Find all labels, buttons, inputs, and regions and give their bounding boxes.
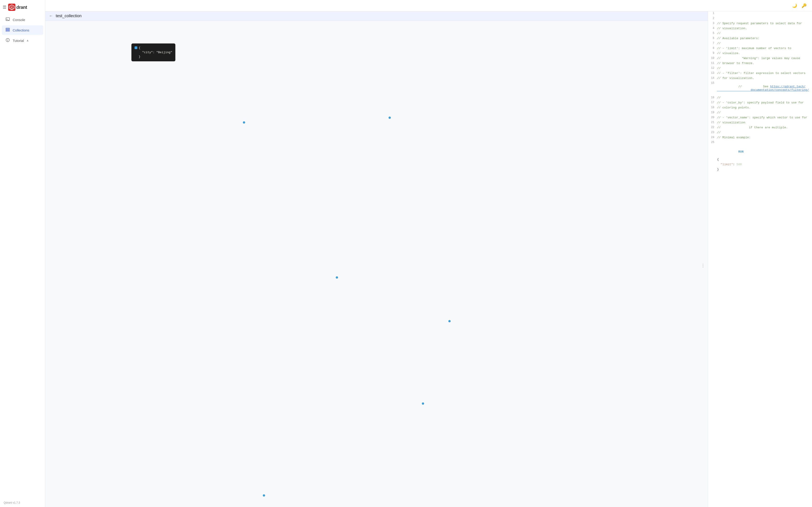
tutorial-icon [5, 38, 10, 43]
sidebar-item-collections[interactable]: Collections [2, 25, 43, 35]
canvas-header: ← test_collection [45, 11, 708, 21]
console-icon [5, 17, 10, 22]
code-line: 14 // for visualization. [708, 76, 812, 81]
svg-rect-8 [6, 31, 9, 32]
code-line: 15 // See https://qdrant.tech/ documenta… [708, 81, 812, 96]
code-line: 21 // visualization [708, 120, 812, 125]
code-line: 13 // - 'filter': filter expression to s… [708, 71, 812, 76]
code-line: "limit": 500 [708, 162, 812, 167]
top-bar: 🌙 🔑 [45, 0, 812, 11]
code-line: 4 // visualization. [708, 26, 812, 31]
dark-mode-icon[interactable]: 🌙 [792, 3, 797, 8]
run-button[interactable]: RUN [739, 150, 744, 154]
svg-rect-6 [6, 28, 9, 29]
code-line: 8 // - 'limit': maximum number of vector… [708, 46, 812, 51]
vector-dot [263, 494, 265, 497]
code-line: 12 // [708, 66, 812, 71]
code-line: 23 // [708, 130, 812, 135]
vector-dot [422, 402, 424, 405]
main-content: 🌙 🔑 ← test_collection [45, 0, 812, 507]
code-line: 18 // coloring points. [708, 106, 812, 110]
code-line: 10 // *Warning*: large values may cause [708, 56, 812, 61]
code-line: 5 // [708, 31, 812, 36]
collections-icon [5, 27, 10, 33]
sidebar: ☰ drant Console [0, 0, 45, 507]
tooltip-line2: "city": "Beijing" [139, 50, 172, 55]
code-line: 20 // - 'vector_name': specify which vec… [708, 115, 812, 120]
canvas-viewport: { "city": "Beijing" } ⋮ [45, 21, 708, 505]
code-line: { [708, 157, 812, 162]
svg-point-10 [7, 39, 8, 39]
code-line: 16 // [708, 96, 812, 101]
tooltip-color-box [135, 46, 137, 49]
code-line: 7 // [708, 41, 812, 46]
collection-title: test_collection [56, 13, 82, 18]
canvas-context-menu[interactable]: ⋮ [701, 263, 705, 268]
vector-dot [336, 276, 338, 279]
sidebar-item-console-label: Console [13, 18, 25, 22]
header-bar: ☰ drant [0, 2, 45, 14]
code-line: 2 [708, 16, 812, 21]
code-line: 25 [708, 140, 812, 145]
sidebar-item-tutorial-label: Tutorial [13, 39, 24, 43]
code-editor: 1 2 3 // Specify request parameters to s… [708, 11, 812, 507]
split-panel: ← test_collection { "city": "Beijing" [45, 11, 812, 507]
tutorial-chevron-icon: ∧ [27, 39, 29, 42]
sidebar-item-collections-label: Collections [13, 28, 29, 32]
tooltip-line1: { [139, 46, 172, 50]
tooltip-content: { "city": "Beijing" } [139, 46, 172, 59]
tooltip-line3: } [139, 55, 172, 59]
top-bar-right: 🌙 🔑 [792, 3, 807, 8]
code-line: 17 // - 'color_by': specify payload fiel… [708, 101, 812, 106]
code-line: 3 // Specify request parameters to selec… [708, 21, 812, 26]
svg-point-3 [11, 7, 12, 8]
code-lines: 1 2 3 // Specify request parameters to s… [708, 11, 812, 172]
back-button[interactable]: ← [49, 13, 53, 18]
code-line: 6 // Available parameters: [708, 36, 812, 41]
logo-text: drant [16, 5, 27, 10]
code-line: 24 // Minimal example: [708, 135, 812, 140]
vector-dot [243, 121, 245, 124]
code-line: 9 // visualize. [708, 51, 812, 56]
code-line: } [708, 167, 812, 172]
vector-dot [448, 320, 451, 322]
qdrant-logo-icon [8, 4, 15, 11]
code-line: 19 // [708, 110, 812, 115]
canvas-area: ← test_collection { "city": "Beijing" [45, 11, 708, 507]
api-key-icon[interactable]: 🔑 [802, 3, 807, 8]
sidebar-item-console[interactable]: Console [2, 15, 43, 24]
vector-tooltip: { "city": "Beijing" } [132, 44, 175, 61]
vector-dot [389, 117, 391, 119]
run-label-line: RUN [708, 146, 812, 157]
sidebar-footer: Qdrant v1.7.3 [0, 498, 45, 507]
svg-rect-7 [6, 30, 9, 30]
code-line: 22 // if there are multiple. [708, 125, 812, 130]
sidebar-item-tutorial[interactable]: Tutorial ∧ [2, 36, 43, 45]
code-line: 1 [708, 11, 812, 16]
hamburger-icon[interactable]: ☰ [3, 5, 6, 10]
logo-container: drant [8, 4, 27, 11]
code-line: 11 // browser to freeze. [708, 61, 812, 66]
